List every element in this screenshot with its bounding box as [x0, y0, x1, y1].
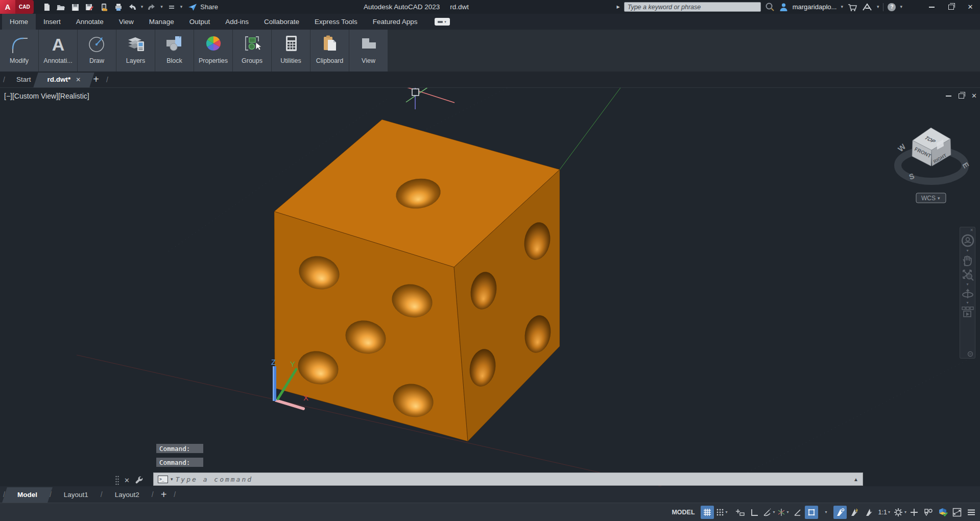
window-restore-button[interactable]: [943, 0, 959, 14]
new-file-icon[interactable]: [41, 2, 52, 13]
open-from-mobile-icon[interactable]: [98, 2, 109, 13]
orbit-icon[interactable]: [961, 287, 975, 300]
tab-addins[interactable]: Add-ins: [218, 14, 256, 30]
open-folder-icon[interactable]: [55, 2, 66, 13]
osnap-caret-button[interactable]: ▾: [819, 506, 832, 519]
viewport-restore-icon[interactable]: [959, 93, 964, 99]
panel-groups[interactable]: Groups: [233, 30, 271, 72]
snap-mode-button[interactable]: ▾: [715, 506, 728, 519]
new-layout-button[interactable]: +: [157, 489, 171, 501]
showmotion-icon[interactable]: [961, 305, 975, 319]
user-avatar-icon[interactable]: [779, 2, 788, 12]
isolate-objects-button[interactable]: [922, 506, 935, 519]
panel-view[interactable]: View: [349, 30, 388, 72]
annotation-autoscale-button[interactable]: [848, 506, 861, 519]
command-recent-caret-icon[interactable]: ▾: [171, 477, 173, 482]
window-close-button[interactable]: ✕: [963, 0, 978, 14]
autodesk-caret-icon[interactable]: ▾: [877, 5, 879, 9]
panel-utilities[interactable]: Utilities: [272, 30, 310, 72]
workspace-caret-icon[interactable]: ▾: [904, 510, 906, 514]
autocad-logo[interactable]: A CAD: [0, 0, 34, 14]
zoom-caret-icon[interactable]: ▾: [966, 282, 968, 287]
tab-featured-apps[interactable]: Featured Apps: [365, 14, 425, 30]
tab-annotate[interactable]: Annotate: [68, 14, 111, 30]
drawing-area[interactable]: [−][Custom View][Realistic] ✕: [0, 88, 980, 486]
graphics-performance-button[interactable]: [936, 506, 949, 519]
redo-caret-icon[interactable]: ▾: [160, 5, 163, 9]
window-minimize-button[interactable]: [924, 0, 939, 14]
object-snap-tracking-button[interactable]: [791, 506, 804, 519]
command-line-bar[interactable]: >_ ▾ ▲: [153, 472, 863, 486]
viewport-controls-label[interactable]: [−][Custom View][Realistic]: [4, 92, 89, 100]
save-icon[interactable]: [69, 2, 81, 13]
command-customize-wrench-icon[interactable]: [134, 475, 145, 485]
tab-output[interactable]: Output: [182, 14, 218, 30]
qat-customize-caret-icon[interactable]: ▾: [180, 5, 183, 9]
search-icon[interactable]: [765, 2, 775, 12]
workspace-switching-button[interactable]: ▾: [893, 506, 906, 519]
model-space-scene[interactable]: Z Y X: [0, 88, 980, 486]
object-snap-button[interactable]: [805, 506, 818, 519]
panel-block[interactable]: Block: [155, 30, 194, 72]
help-caret-icon[interactable]: ▾: [900, 5, 902, 9]
navbar-close-icon[interactable]: ✕: [970, 228, 975, 233]
command-close-icon[interactable]: ✕: [124, 477, 130, 484]
navigation-bar[interactable]: ✕ ▾ ▾ ▾: [960, 227, 975, 359]
command-prompt-icon[interactable]: >_: [158, 476, 168, 483]
tab-express-tools[interactable]: Express Tools: [307, 14, 365, 30]
ortho-mode-button[interactable]: [748, 506, 761, 519]
clean-screen-button[interactable]: [950, 506, 964, 519]
username-caret-icon[interactable]: ▾: [841, 5, 843, 9]
redo-icon[interactable]: [146, 2, 157, 13]
tab-home[interactable]: Home: [2, 14, 36, 30]
zoom-extents-icon[interactable]: [961, 268, 975, 282]
navbar-customize-icon[interactable]: [967, 351, 975, 357]
viewcube[interactable]: W S E TOP FRONT RIGHT WCS ▾: [886, 113, 980, 213]
panel-properties[interactable]: Properties: [194, 30, 232, 72]
dice-3d-model[interactable]: [274, 120, 560, 441]
command-input[interactable]: [176, 476, 851, 483]
file-tab-document[interactable]: rd.dwt* ✕: [39, 72, 89, 87]
grid-display-button[interactable]: [701, 506, 714, 519]
isodraft-caret-icon[interactable]: ▾: [787, 510, 789, 514]
annotation-visibility-button[interactable]: [833, 506, 847, 519]
search-expand-icon[interactable]: ▶: [617, 5, 620, 9]
panel-layers[interactable]: Layers: [116, 30, 155, 72]
navigation-wheel-icon[interactable]: [960, 233, 975, 248]
isometric-drafting-button[interactable]: ▾: [776, 506, 790, 519]
wheel-caret-icon[interactable]: ▾: [966, 248, 968, 253]
tab-manage[interactable]: Manage: [141, 14, 182, 30]
save-as-icon[interactable]: [84, 2, 95, 13]
model-space-button[interactable]: MODEL: [667, 506, 699, 519]
pan-hand-icon[interactable]: [961, 253, 974, 268]
command-grip-handle[interactable]: [115, 475, 119, 485]
customize-menu-button[interactable]: [965, 506, 978, 519]
tab-model[interactable]: Model: [8, 486, 46, 503]
plot-icon[interactable]: [112, 2, 124, 13]
polar-caret-icon[interactable]: ▾: [773, 510, 775, 514]
customization-plus-button[interactable]: [907, 506, 921, 519]
autodesk-logo-icon[interactable]: [862, 3, 873, 12]
close-tab-icon[interactable]: ✕: [76, 76, 81, 83]
tab-insert[interactable]: Insert: [36, 14, 68, 30]
qat-customize-icon[interactable]: [166, 2, 177, 13]
viewport-close-icon[interactable]: ✕: [971, 92, 977, 100]
annotation-scale-button[interactable]: [862, 506, 875, 519]
orbit-caret-icon[interactable]: ▾: [966, 300, 968, 305]
undo-caret-icon[interactable]: ▾: [141, 5, 144, 9]
ribbon-display-button[interactable]: ▾: [435, 18, 450, 26]
panel-modify[interactable]: Modify: [0, 30, 38, 72]
panel-clipboard[interactable]: Clipboard: [310, 30, 349, 72]
tab-layout1[interactable]: Layout1: [55, 486, 98, 503]
dynamic-input-button[interactable]: [733, 506, 747, 519]
search-input[interactable]: [624, 2, 761, 12]
snap-caret-icon[interactable]: ▾: [726, 510, 728, 514]
viewport-minimize-icon[interactable]: [946, 96, 951, 97]
tab-collaborate[interactable]: Collaborate: [256, 14, 307, 30]
annotation-scale-value[interactable]: 1:1▾: [876, 506, 892, 519]
undo-icon[interactable]: [127, 2, 138, 13]
help-icon[interactable]: ?: [888, 3, 896, 11]
panel-draw[interactable]: Draw: [78, 30, 116, 72]
tab-layout2[interactable]: Layout2: [106, 486, 149, 503]
tab-view[interactable]: View: [111, 14, 141, 30]
